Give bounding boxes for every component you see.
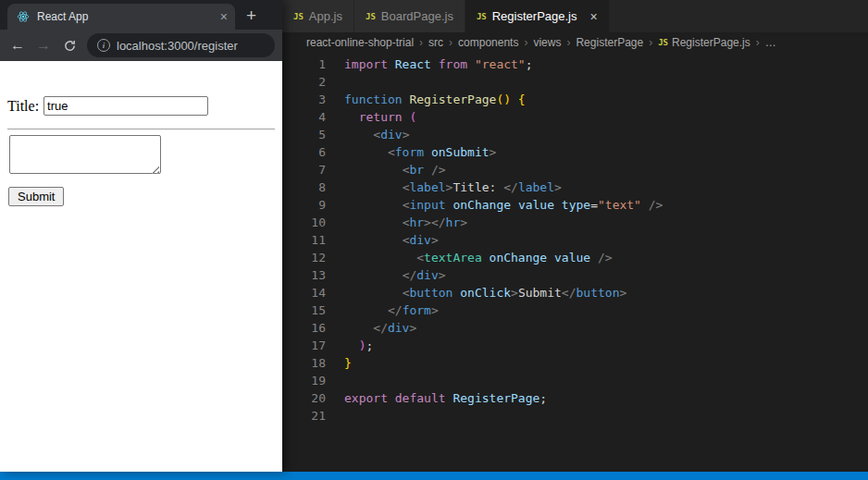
- breadcrumb-separator-icon: ›: [756, 36, 760, 49]
- code-line[interactable]: <button onClick>Submit</button>: [344, 284, 663, 302]
- js-file-icon: JS: [477, 12, 487, 21]
- code-line[interactable]: </form>: [344, 302, 663, 319]
- title-label: Title:: [7, 98, 39, 115]
- breadcrumb-item[interactable]: src: [428, 36, 443, 49]
- code-content: import React from "react";function Regis…: [344, 55, 663, 425]
- line-number: 2: [282, 73, 326, 91]
- code-line[interactable]: <hr></hr>: [344, 214, 663, 231]
- browser-toolbar: ← → i localhost:3000/register: [0, 30, 282, 61]
- line-number: 18: [282, 354, 326, 372]
- browser-tab-strip: React App × +: [0, 0, 282, 30]
- line-number: 13: [282, 266, 326, 284]
- code-line[interactable]: <br />: [344, 161, 663, 178]
- code-line[interactable]: <textArea onChange value />: [344, 249, 663, 266]
- tab-label: App.js: [309, 9, 342, 23]
- close-tab-icon[interactable]: ×: [220, 10, 228, 23]
- browser-tab-title: React App: [37, 10, 213, 23]
- tab-label: BoardPage.js: [381, 9, 453, 23]
- breadcrumb-item[interactable]: JSRegisterPage.js: [658, 36, 750, 49]
- line-number: 8: [282, 178, 326, 196]
- editor-tab-registerpage-js[interactable]: JSRegisterPage.js×: [465, 0, 610, 32]
- title-input[interactable]: [43, 96, 208, 116]
- breadcrumb-separator-icon: ›: [419, 36, 423, 49]
- url-text: localhost:3000/register: [117, 39, 238, 53]
- site-info-icon[interactable]: i: [97, 39, 110, 52]
- breadcrumb-separator-icon: ›: [566, 36, 570, 49]
- description-textarea[interactable]: [9, 135, 161, 174]
- divider: [7, 129, 275, 129]
- line-number: 9: [282, 196, 326, 214]
- code-line[interactable]: );: [344, 337, 663, 354]
- breadcrumb-item[interactable]: …: [765, 36, 776, 49]
- code-line[interactable]: [344, 372, 663, 389]
- line-number: 17: [282, 337, 326, 354]
- code-line[interactable]: <div>: [344, 231, 663, 249]
- code-line[interactable]: </div>: [344, 319, 663, 337]
- code-line[interactable]: [344, 73, 663, 91]
- line-number: 11: [282, 231, 326, 249]
- breadcrumb-item[interactable]: components: [458, 36, 518, 49]
- code-line[interactable]: }: [344, 354, 663, 372]
- js-file-icon: JS: [366, 12, 376, 21]
- back-icon[interactable]: ←: [6, 37, 30, 54]
- page-content: Title: Submit: [0, 61, 282, 472]
- code-line[interactable]: [344, 407, 663, 425]
- line-number: 12: [282, 249, 326, 266]
- breadcrumb-item[interactable]: views: [533, 36, 561, 49]
- code-line[interactable]: <input onChange value type="text" />: [344, 196, 663, 214]
- code-line[interactable]: </div>: [344, 266, 663, 284]
- editor-tab-boardpage-js[interactable]: JSBoardPage.js: [354, 0, 465, 32]
- reload-icon[interactable]: [57, 39, 81, 53]
- breadcrumb-separator-icon: ›: [449, 36, 453, 49]
- code-line[interactable]: return (: [344, 108, 663, 126]
- new-tab-button[interactable]: +: [246, 6, 256, 24]
- submit-button[interactable]: Submit: [8, 187, 64, 206]
- line-number-gutter: 123456789101112131415161718192021: [282, 55, 326, 425]
- line-number: 3: [282, 91, 326, 108]
- line-number: 15: [282, 302, 326, 319]
- code-line[interactable]: export default RegisterPage;: [344, 389, 663, 407]
- line-number: 6: [282, 143, 326, 161]
- line-number: 21: [282, 407, 326, 425]
- code-line[interactable]: function RegisterPage() {: [344, 91, 663, 108]
- code-editor[interactable]: 123456789101112131415161718192021 import…: [282, 53, 868, 425]
- breadcrumb-separator-icon: ›: [524, 36, 527, 49]
- code-line[interactable]: <div>: [344, 126, 663, 143]
- js-file-icon: JS: [293, 12, 304, 21]
- close-tab-icon[interactable]: ×: [590, 10, 598, 23]
- breadcrumb-item[interactable]: RegisterPage: [576, 36, 643, 49]
- code-line[interactable]: import React from "react";: [344, 55, 663, 73]
- vscode-status-bar: [0, 472, 868, 480]
- editor-tab-bar: JSApp.jsJSBoardPage.jsJSRegisterPage.js×: [282, 0, 868, 32]
- forward-icon[interactable]: →: [31, 37, 56, 54]
- code-line[interactable]: <label>Title: </label>: [344, 178, 663, 196]
- browser-window: React App × + ← → i localhost:3000/regis…: [0, 0, 282, 472]
- breadcrumb-separator-icon: ›: [649, 36, 652, 49]
- line-number: 19: [282, 372, 326, 389]
- line-number: 5: [282, 126, 326, 143]
- breadcrumb-item[interactable]: react-online-shop-trial: [306, 36, 414, 49]
- breadcrumb: react-online-shop-trial›src›components›v…: [282, 32, 868, 53]
- line-number: 10: [282, 214, 326, 231]
- line-number: 4: [282, 108, 326, 126]
- line-number: 7: [282, 161, 326, 178]
- line-number: 16: [282, 319, 326, 337]
- tab-label: RegisterPage.js: [492, 9, 577, 23]
- js-file-icon: JS: [658, 38, 668, 47]
- editor-tab-app-js[interactable]: JSApp.js: [282, 0, 354, 32]
- address-bar[interactable]: i localhost:3000/register: [87, 33, 275, 57]
- line-number: 20: [282, 389, 326, 407]
- line-number: 1: [282, 55, 326, 73]
- vscode-window: JSApp.jsJSBoardPage.jsJSRegisterPage.js×…: [282, 0, 868, 480]
- react-logo-icon: [17, 10, 30, 23]
- line-number: 14: [282, 284, 326, 302]
- browser-tab[interactable]: React App ×: [7, 4, 235, 30]
- code-line[interactable]: <form onSubmit>: [344, 143, 663, 161]
